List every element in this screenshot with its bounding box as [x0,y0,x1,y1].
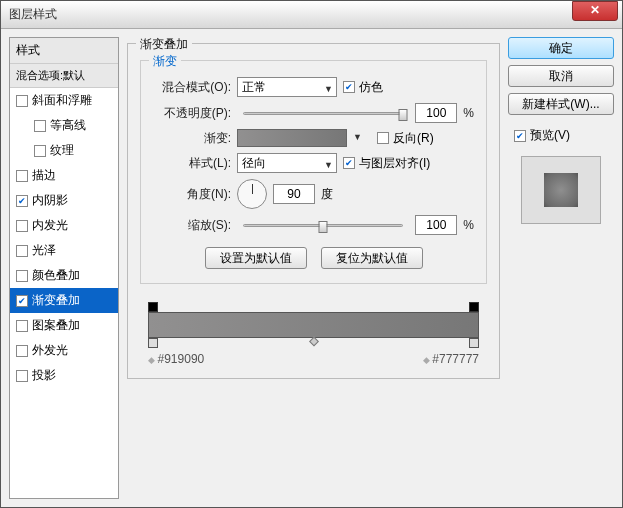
color-stop-left[interactable] [148,338,158,348]
scale-input[interactable]: 100 [415,215,457,235]
style-item-texture[interactable]: 纹理 [10,138,118,163]
scale-slider[interactable] [243,216,403,234]
opacity-input[interactable]: 100 [415,103,457,123]
grad-color-right: #777777 [423,352,479,366]
gradient-inner-group: 渐变 混合模式(O): 正常 仿色 不透明度(P): 100 % 渐变: [140,60,487,284]
preview-checkbox[interactable]: 预览(V) [514,127,614,144]
styles-header[interactable]: 样式 [10,38,118,64]
style-item-patternoverlay[interactable]: 图案叠加 [10,313,118,338]
checkbox[interactable] [16,220,28,232]
group-title: 渐变叠加 [136,36,192,53]
midpoint-icon[interactable] [309,337,319,347]
styles-list: 样式 混合选项:默认 斜面和浮雕 等高线 纹理 描边 内阴影 内发光 光泽 颜色… [9,37,119,499]
inner-title: 渐变 [149,53,181,70]
scale-label: 缩放(S): [153,217,231,234]
window-title: 图层样式 [1,6,572,23]
new-style-button[interactable]: 新建样式(W)... [508,93,614,115]
angle-dial[interactable] [237,179,267,209]
style-item-innerglow[interactable]: 内发光 [10,213,118,238]
style-item-innershadow[interactable]: 内阴影 [10,188,118,213]
checkbox[interactable] [34,120,46,132]
reset-default-button[interactable]: 复位为默认值 [321,247,423,269]
opacity-stop-right[interactable] [469,302,479,312]
angle-input[interactable]: 90 [273,184,315,204]
angle-label: 角度(N): [153,186,231,203]
settings-panel: 渐变叠加 渐变 混合模式(O): 正常 仿色 不透明度(P): 100 % [127,37,500,499]
style-item-bevel[interactable]: 斜面和浮雕 [10,88,118,113]
blend-mode-label: 混合模式(O): [153,79,231,96]
checkbox[interactable] [16,295,28,307]
checkbox[interactable] [16,370,28,382]
blend-mode-select[interactable]: 正常 [237,77,337,97]
ok-button[interactable]: 确定 [508,37,614,59]
dither-checkbox[interactable]: 仿色 [343,79,383,96]
checkbox[interactable] [34,145,46,157]
gradient-bar[interactable] [148,312,479,338]
checkbox[interactable] [16,245,28,257]
checkbox[interactable] [16,320,28,332]
color-stop-right[interactable] [469,338,479,348]
style-item-contour[interactable]: 等高线 [10,113,118,138]
style-item-dropshadow[interactable]: 投影 [10,363,118,388]
style-item-gradientoverlay[interactable]: 渐变叠加 [10,288,118,313]
style-item-coloroverlay[interactable]: 颜色叠加 [10,263,118,288]
gradient-picker[interactable] [237,129,347,147]
style-item-outerglow[interactable]: 外发光 [10,338,118,363]
reverse-checkbox[interactable]: 反向(R) [377,130,434,147]
gradient-overlay-group: 渐变叠加 渐变 混合模式(O): 正常 仿色 不透明度(P): 100 % [127,43,500,379]
checkbox[interactable] [16,95,28,107]
angle-unit: 度 [321,186,333,203]
checkbox[interactable] [16,345,28,357]
titlebar: 图层样式 ✕ [1,1,622,29]
gradient-label: 渐变: [153,130,231,147]
close-button[interactable]: ✕ [572,1,618,21]
gradient-style-select[interactable]: 径向 [237,153,337,173]
opacity-slider[interactable] [243,104,403,122]
layer-style-dialog: 图层样式 ✕ 样式 混合选项:默认 斜面和浮雕 等高线 纹理 描边 内阴影 内发… [0,0,623,508]
action-panel: 确定 取消 新建样式(W)... 预览(V) [508,37,614,499]
style-item-stroke[interactable]: 描边 [10,163,118,188]
style-label: 样式(L): [153,155,231,172]
preview-inner [544,173,578,207]
opacity-stop-left[interactable] [148,302,158,312]
checkbox[interactable] [16,270,28,282]
align-checkbox[interactable]: 与图层对齐(I) [343,155,430,172]
style-item-satin[interactable]: 光泽 [10,238,118,263]
make-default-button[interactable]: 设置为默认值 [205,247,307,269]
grad-color-left: #919090 [148,352,204,366]
content-area: 样式 混合选项:默认 斜面和浮雕 等高线 纹理 描边 内阴影 内发光 光泽 颜色… [1,29,622,507]
blend-options-item[interactable]: 混合选项:默认 [10,64,118,88]
opacity-label: 不透明度(P): [153,105,231,122]
checkbox[interactable] [16,170,28,182]
gradient-editor: #919090 #777777 [140,312,487,366]
checkbox[interactable] [16,195,28,207]
cancel-button[interactable]: 取消 [508,65,614,87]
preview-swatch [521,156,601,224]
